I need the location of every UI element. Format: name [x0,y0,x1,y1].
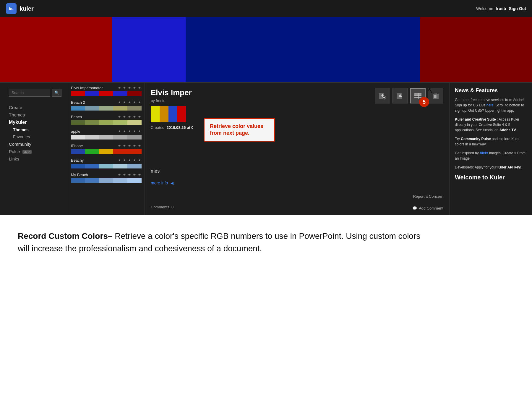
search-button[interactable]: 🔍 [52,89,61,97]
sidebar-item-pulse[interactable]: Pulse BETA [9,149,62,154]
news-panel: News & Features Get other free creative … [449,83,532,215]
welcome-text: Welcome [476,6,493,11]
theme-stars: ★ ★ ★ ★ ★ [118,86,142,90]
theme-colors [71,164,142,168]
search-input[interactable] [9,89,50,97]
cs-live-link[interactable]: here [486,103,494,107]
news-item-2: Kuler and Creative Suite : Access Kuler … [455,117,527,133]
header-right: Welcome frostr Sign Out [476,6,526,11]
theme-item-header: Elvis Impersonator ★ ★ ★ ★ ★ [71,86,142,90]
theme-stars: ★ ★ ★ ★ ★ [118,100,142,104]
theme-stars: ★ ★ ★ ★ ★ [118,129,142,133]
theme-colors [71,91,142,96]
logo-text: kuler [20,5,34,12]
download-button[interactable] [392,88,408,103]
welcome-to-kuler: Welcome to Kuler [455,174,527,181]
theme-stars: ★ ★ ★ ★ ★ [118,158,142,162]
logo-short: ku [9,7,13,11]
list-item[interactable]: Elvis Impersonator ★ ★ ★ ★ ★ [71,86,142,96]
theme-colors [71,106,142,111]
banner-seg-1 [0,17,112,82]
sidebar: 🔍 Create Themes Mykuler Themes Favorites… [0,83,68,215]
sidebar-item-favorites[interactable]: Favorites [9,134,62,139]
list-item[interactable]: Beach 2 ★ ★ ★ ★ ★ [71,100,142,111]
bottom-text-bold: Record Custom Colors– [18,231,113,241]
theme-name: Beach [71,115,82,119]
list-item[interactable]: Beach ★ ★ ★ ★ ★ [71,115,142,125]
themes-label-partial: mes [151,168,160,174]
theme-name: Elvis Impersonator [71,86,103,90]
sign-out-button[interactable]: Sign Out [509,6,526,11]
theme-name: apple [71,129,80,134]
sidebar-item-themes[interactable]: Themes [9,112,62,117]
theme-stars: ★ ★ ★ ★ ★ [118,144,142,148]
theme-name: Beachy [71,158,84,163]
sidebar-item-mykuler[interactable]: Mykuler [9,120,62,125]
list-item[interactable]: My Beach ★ ★ ★ ★ ★ [71,173,142,183]
banner-seg-2 [112,17,186,82]
color-banner [0,17,532,82]
add-to-my-themes-button[interactable] [375,88,390,103]
logo-badge: ku [6,3,17,14]
theme-name: Beach 2 [71,100,85,105]
flickr-link[interactable]: flickr [480,151,488,155]
theme-colors [71,135,142,140]
detail-created: Created: 2010.08.26 at 0 [151,125,443,130]
banner-seg-4 [409,17,420,82]
news-title: News & Features [455,87,527,94]
step-number-badge: 5 [419,97,429,107]
main-area: 🔍 Create Themes Mykuler Themes Favorites… [0,82,532,215]
news-item-4: Get inspired by flickr images: Create > … [455,150,527,161]
add-comment-button[interactable]: 💬 Add Comment [412,206,443,210]
more-info-area: more info ◀ [151,180,173,186]
tooltip-text: Retrieve color values from next page. [210,123,263,136]
username: frostr [496,6,507,11]
banner-seg-5 [420,17,532,82]
sidebar-item-links[interactable]: Links [9,156,62,161]
comment-icon: 💬 [412,206,417,210]
search-row: 🔍 [9,89,62,97]
bottom-description: Record Custom Colors– Retrieve a color's… [18,230,432,255]
more-info-triangle: ◀ [171,181,173,185]
theme-list: Elvis Impersonator ★ ★ ★ ★ ★ Beach 2 ★ ★… [68,83,145,215]
edit-button[interactable]: ↖ 5 [410,88,426,103]
list-item[interactable]: apple ★ ★ ★ ★ ★ [71,129,142,140]
list-item[interactable]: iPhone ★ ★ ★ ★ ★ [71,144,142,154]
tooltip-box: Retrieve color values from next page. [204,118,275,142]
sidebar-item-create[interactable]: Create [9,105,62,110]
bottom-area: Record Custom Colors– Retrieve a color's… [0,215,532,270]
banner-seg-3 [186,17,409,82]
beta-badge: BETA [22,150,32,154]
sidebar-item-themes-mykuler[interactable]: Themes [9,127,62,132]
news-item-1: Get other free creative services from Ad… [455,97,527,113]
more-info-link[interactable]: more info [151,181,168,185]
report-concern-link[interactable]: Report a Concern [413,194,443,199]
news-item-5: Developers: Apply for your Kuler API key… [455,165,527,170]
svg-rect-12 [418,93,419,99]
theme-name: My Beach [71,173,88,177]
header: ku kuler Welcome frostr Sign Out [0,0,532,17]
theme-stars: ★ ★ ★ ★ ★ [118,173,142,177]
detail-actions: ↖ 5 [375,88,443,103]
list-item[interactable]: Beachy ★ ★ ★ ★ ★ [71,158,142,168]
comments-count: Comments: 0 [151,205,173,209]
news-item-3: Try Community Pulse and explore Kuler co… [455,136,527,147]
theme-stars: ★ ★ ★ ★ ★ [118,115,142,119]
detail-color-preview [151,106,186,122]
logo-area: ku kuler [6,3,34,14]
theme-colors [71,178,142,183]
sidebar-item-community[interactable]: Community [9,142,62,147]
theme-colors [71,149,142,154]
theme-name: iPhone [71,144,83,148]
svg-rect-15 [434,93,437,94]
theme-colors [71,120,142,125]
detail-panel: Elvis Imper by frostr [145,83,449,215]
